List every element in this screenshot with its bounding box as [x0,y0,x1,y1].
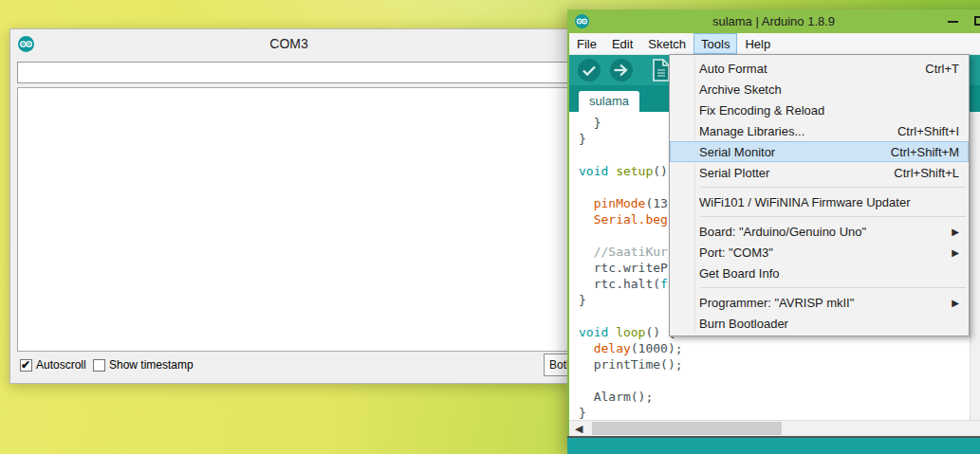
code-line: printTime(); [579,356,968,372]
autoscroll-label: Autoscroll [36,358,86,372]
verify-icon [577,58,601,82]
menu-item-label: Fix Encoding & Reload [699,103,959,118]
editor-vertical-scrollbar[interactable] [970,112,980,420]
menu-separator [670,183,969,191]
menu-item-manage-libraries[interactable]: Manage Libraries...Ctrl+Shift+I [670,120,969,141]
menu-tools[interactable]: Tools [693,33,737,54]
menu-shortcut: Ctrl+Shift+I [897,124,959,138]
menu-item-label: Auto Format [699,62,925,76]
maximize-button[interactable] [970,9,980,33]
serial-monitor-controls: Autoscroll Show timestamp Both [17,352,567,385]
serial-output-area[interactable] [17,87,569,352]
menu-item-label: Serial Monitor [699,145,891,159]
menu-separator [670,283,969,292]
submenu-arrow-icon: ▶ [952,247,959,258]
ide-menu-bar: FileEditSketchToolsHelp [569,33,980,55]
scrollbar-thumb[interactable] [592,422,782,435]
menu-item-auto-format[interactable]: Auto FormatCtrl+T [670,58,969,79]
verify-button[interactable] [577,58,601,82]
menu-sketch[interactable]: Sketch [640,33,693,54]
show-timestamp-label: Show timestamp [109,358,194,372]
menu-item-label: Manage Libraries... [699,124,897,138]
desktop: COM3 Autoscroll Show timestamp Both [0,0,980,454]
menu-item-wifi101-wifinina-firmware-updater[interactable]: WiFi101 / WiFiNINA Firmware Updater [670,191,969,212]
ide-titlebar[interactable]: sulama | Arduino 1.8.9 [567,9,980,33]
upload-button[interactable] [609,58,634,82]
menu-item-label: Archive Sketch [699,82,959,97]
tab-sulama[interactable]: sulama [579,91,639,112]
menu-edit[interactable]: Edit [604,33,640,54]
code-line: } [579,405,968,420]
tools-dropdown-menu: Auto FormatCtrl+TArchive SketchFix Encod… [669,54,970,336]
menu-shortcut: Ctrl+Shift+L [894,166,959,180]
menu-item-label: Port: "COM3" [699,245,944,260]
status-bar [567,436,980,454]
menu-file[interactable]: File [569,33,604,54]
autoscroll-checkbox[interactable] [20,359,32,372]
scroll-left-arrow-icon[interactable]: ◀ [571,422,586,436]
show-timestamp-checkbox[interactable] [93,359,105,372]
code-line: Alarm(); [579,389,968,405]
minimize-icon [948,21,958,23]
menu-item-label: WiFi101 / WiFiNINA Firmware Updater [699,195,959,209]
editor-horizontal-scrollbar[interactable]: ◀ [569,420,980,436]
menu-shortcut: Ctrl+Shift+M [891,145,959,159]
menu-item-label: Burn Bootloader [699,317,959,331]
serial-monitor-titlebar[interactable]: COM3 [10,29,567,58]
menu-item-label: Programmer: "AVRISP mkII" [699,296,944,310]
menu-item-archive-sketch[interactable]: Archive Sketch [670,79,969,100]
menu-item-label: Get Board Info [699,266,959,281]
menu-item-serial-plotter[interactable]: Serial PlotterCtrl+Shift+L [670,162,969,183]
minimize-button[interactable] [943,9,964,33]
menu-item-fix-encoding-reload[interactable]: Fix Encoding & Reload [670,100,969,120]
menu-item-serial-monitor[interactable]: Serial MonitorCtrl+Shift+M [670,141,969,162]
window-title: COM3 [10,36,567,51]
code-line [579,372,968,389]
window-title: sulama | Arduino 1.8.9 [567,14,980,28]
maximize-icon [974,16,980,26]
serial-send-input[interactable] [17,62,569,83]
menu-item-label: Serial Plotter [699,166,894,180]
menu-item-board-arduino-genuino-uno[interactable]: Board: "Arduino/Genuino Uno"▶ [670,221,969,242]
upload-icon [609,58,634,82]
menu-item-label: Board: "Arduino/Genuino Uno" [699,225,944,239]
menu-help[interactable]: Help [737,33,778,54]
submenu-arrow-icon: ▶ [952,227,959,237]
menu-item-burn-bootloader[interactable]: Burn Bootloader [670,313,969,334]
menu-item-get-board-info[interactable]: Get Board Info [670,263,969,283]
menu-separator [670,212,969,221]
serial-monitor-window: COM3 Autoscroll Show timestamp Both [9,28,568,384]
submenu-arrow-icon: ▶ [952,298,959,308]
menu-shortcut: Ctrl+T [925,62,959,76]
code-line: delay(1000); [579,340,968,356]
menu-item-port-com3[interactable]: Port: "COM3"▶ [670,242,969,263]
menu-item-programmer-avrisp-mkii[interactable]: Programmer: "AVRISP mkII"▶ [670,292,969,313]
